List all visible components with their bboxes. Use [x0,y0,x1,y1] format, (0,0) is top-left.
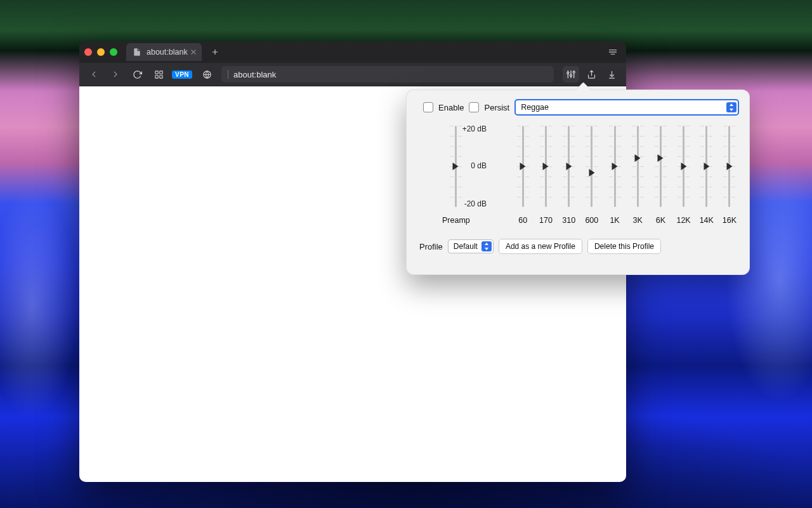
band-label: 60 [518,216,527,225]
close-tab-icon[interactable] [189,48,198,57]
band-slider-600[interactable]: 600 [585,126,599,207]
band-label: 14K [700,216,714,225]
svg-point-6 [570,75,572,77]
band-slider-12K[interactable]: 12K [677,126,691,207]
slider-thumb-icon[interactable] [543,163,549,170]
zoom-window-button[interactable] [110,48,117,56]
band-label: 310 [562,216,575,225]
band-label: 6K [656,216,665,225]
vpn-badge[interactable]: VPN [172,70,192,79]
preset-selected: Reggae [521,103,549,112]
apps-button[interactable] [150,66,167,83]
svg-rect-2 [155,75,157,77]
tab-about-blank[interactable]: about:blank [126,43,202,61]
delete-profile-button[interactable]: Delete this Profile [587,239,661,254]
band-label: 16K [723,216,737,225]
svg-rect-1 [159,70,162,73]
site-settings-button[interactable] [199,66,215,83]
forward-button[interactable] [107,66,124,83]
address-text: about:blank [233,70,276,79]
slider-thumb-icon[interactable] [453,163,459,170]
band-slider-170[interactable]: 170 [539,126,553,207]
downloads-button[interactable] [603,66,620,83]
svg-rect-0 [155,70,157,73]
band-label: 170 [539,216,553,225]
slider-thumb-icon[interactable] [726,163,732,170]
svg-rect-3 [159,75,162,77]
band-slider-3K[interactable]: 3K [631,126,645,207]
slider-thumb-icon[interactable] [520,163,526,170]
profile-label: Profile [419,242,443,251]
tab-strip: about:blank [79,41,626,63]
equalizer-popover: Enable Persist Reggae +20 dB 0 dB -20 dB… [406,90,750,275]
profile-select[interactable]: Default [448,239,494,253]
band-label: 600 [585,216,598,225]
share-button[interactable] [583,66,599,83]
slider-thumb-icon[interactable] [589,169,594,177]
slider-thumb-icon[interactable] [566,163,572,170]
window-controls [84,48,117,56]
new-tab-button[interactable] [207,44,223,60]
add-profile-button[interactable]: Add as a new Profile [499,239,582,254]
persist-checkbox[interactable] [469,102,479,112]
band-slider-16K[interactable]: 16K [723,126,737,207]
address-bar[interactable]: about:blank [221,66,554,83]
band-label: 3K [633,216,643,225]
svg-point-5 [567,72,569,74]
enable-label: Enable [438,103,464,112]
toolbar: VPN about:blank [79,63,626,86]
chevron-updown-icon [481,241,492,251]
chevron-updown-icon [726,102,737,112]
enable-checkbox[interactable] [423,102,433,112]
slider-thumb-icon[interactable] [704,163,709,170]
preamp-label: Preamp [442,216,470,225]
band-slider-1K[interactable]: 1K [608,126,622,207]
band-slider-14K[interactable]: 14K [700,126,714,207]
svg-point-7 [573,71,575,73]
tab-overflow-button[interactable] [605,45,621,59]
slider-thumb-icon[interactable] [681,163,686,170]
back-button[interactable] [86,66,102,83]
close-window-button[interactable] [84,48,92,56]
band-label: 1K [610,216,619,225]
address-separator [228,70,228,79]
profile-selected: Default [454,242,478,251]
slider-thumb-icon[interactable] [635,154,641,162]
preamp-slider[interactable] [449,126,462,207]
minimize-window-button[interactable] [97,48,105,56]
equalizer-sliders: +20 dB 0 dB -20 dB 601703106001K3K6K12K1… [419,126,737,234]
band-slider-310[interactable]: 310 [562,126,576,207]
band-slider-60[interactable]: 60 [516,126,530,207]
persist-label: Persist [484,103,509,112]
page-icon [133,48,141,57]
reload-button[interactable] [129,66,145,83]
band-slider-6K[interactable]: 6K [653,126,667,207]
preset-select[interactable]: Reggae [514,99,739,116]
tab-title: about:blank [147,48,188,57]
equalizer-extension-button[interactable] [563,66,579,83]
slider-thumb-icon[interactable] [612,163,618,170]
slider-thumb-icon[interactable] [658,154,664,162]
band-label: 12K [676,216,690,225]
